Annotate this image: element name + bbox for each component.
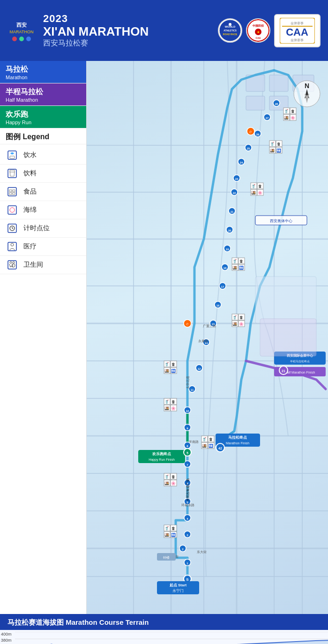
svg-text:🍱: 🍱 (164, 481, 169, 486)
svg-text:🍱: 🍱 (251, 190, 256, 195)
drink-label: 饮料 (23, 169, 37, 178)
svg-text:🌸: 🌸 (171, 406, 176, 411)
svg-text:🚻: 🚻 (171, 532, 176, 537)
svg-rect-64 (269, 75, 288, 91)
svg-text:钟楼: 钟楼 (163, 556, 170, 560)
svg-point-33 (14, 210, 15, 210)
svg-text:🗑: 🗑 (209, 437, 213, 442)
timing-label: 计时点位 (23, 224, 50, 232)
svg-point-35 (9, 210, 10, 210)
terrain-section: 马拉松赛道海拔图 Marathon Course Terrain 400m 38… (0, 614, 328, 644)
svg-text:🌸: 🌸 (291, 115, 295, 120)
svg-text:马拉松终点: 马拉松终点 (228, 435, 247, 440)
medical-icon (6, 240, 19, 253)
page-header: 西安 MARATHON 2023 XI'AN MARATHON 西安马拉松赛 W… (0, 0, 328, 61)
svg-text:🍱: 🍱 (232, 265, 237, 270)
svg-rect-40 (8, 242, 16, 251)
svg-text:半程马拉松终点: 半程马拉松终点 (290, 360, 310, 363)
svg-point-41 (11, 243, 14, 246)
terrain-title: 马拉松赛道海拔图 Marathon Course Terrain (0, 615, 328, 630)
svg-rect-27 (13, 190, 15, 192)
event-year: 2023 (43, 13, 149, 25)
svg-text:🍱: 🍱 (270, 148, 275, 153)
svg-rect-22 (10, 156, 15, 158)
svg-text:🍱: 🍱 (232, 322, 237, 326)
svg-text:东大街: 东大街 (197, 550, 207, 554)
event-logo-icon: 西安 MARATHON (7, 16, 36, 45)
map-area: S 1 2 3 4 5 6 7 8 (87, 61, 328, 614)
svg-text:18: 18 (224, 267, 227, 270)
svg-text:🗑: 🗑 (171, 475, 175, 479)
terrain-y-axis: 400m 380m 360m 340m 320m 300m (0, 632, 15, 644)
svg-text:🗑: 🗑 (171, 362, 175, 367)
water-icon (6, 149, 19, 162)
timing-icon (6, 222, 19, 235)
svg-point-43 (10, 262, 12, 263)
food-label: 食品 (23, 187, 37, 196)
svg-text:🗑: 🗑 (171, 400, 175, 404)
legend-food: 食品 (0, 183, 86, 201)
svg-rect-21 (8, 151, 16, 159)
svg-rect-29 (13, 193, 15, 195)
terrain-chart: 400m 380m 360m 340m 320m 300m 0km 5km 1 (0, 630, 328, 644)
marathon-cn-label: 马拉松 (6, 65, 81, 75)
svg-text:🗑: 🗑 (171, 526, 175, 531)
svg-text:🥤: 🥤 (164, 399, 169, 404)
category-half-marathon: 半程马拉松 Half Marathon (0, 83, 86, 106)
svg-rect-30 (8, 206, 16, 214)
svg-text:🍱: 🍱 (284, 115, 289, 120)
svg-text:🥤: 🥤 (164, 474, 169, 479)
svg-text:🗑: 🗑 (239, 315, 243, 320)
svg-text:🌸: 🌸 (258, 190, 262, 195)
svg-text:42: 42 (218, 447, 222, 450)
svg-point-32 (12, 207, 13, 208)
svg-text:🥤: 🥤 (232, 259, 237, 263)
happy-run-en-label: Happy Run (6, 120, 81, 125)
svg-rect-28 (9, 193, 12, 195)
svg-text:25: 25 (247, 147, 250, 150)
svg-text:17: 17 (221, 285, 224, 288)
svg-text:20: 20 (228, 229, 231, 232)
svg-text:🗑: 🗑 (277, 142, 281, 146)
terrain-chart-svg (15, 632, 328, 644)
svg-point-31 (10, 208, 15, 212)
svg-point-10 (229, 23, 231, 26)
svg-text:ATHLETICS: ATHLETICS (224, 29, 237, 32)
svg-text:西安奥体中心: 西安奥体中心 (270, 219, 292, 223)
svg-text:欢乐跑终点: 欢乐跑终点 (152, 451, 171, 456)
food-icon (6, 185, 19, 198)
legend-toilet: 卫生间 (0, 256, 86, 274)
svg-text:Happy Run Finish: Happy Run Finish (149, 458, 175, 462)
svg-text:🥤: 🥤 (251, 184, 256, 188)
svg-text:⏱: ⏱ (186, 323, 189, 326)
svg-text:12: 12 (198, 367, 201, 370)
category-marathon: 马拉松 Marathon (0, 61, 86, 83)
svg-text:中国田径: 中国田径 (253, 24, 264, 27)
svg-text:🌸: 🌸 (239, 322, 244, 326)
header-title: 2023 XI'AN MARATHON 西安马拉松赛 (43, 13, 149, 48)
svg-rect-244 (255, 277, 316, 323)
svg-text:环城东路: 环城东路 (181, 503, 194, 507)
svg-text:Half Marathon Finish: Half Marathon Finish (285, 371, 315, 374)
legend-items: 饮水 饮料 食品 海绵 (0, 144, 86, 276)
svg-text:5: 5 (186, 451, 188, 455)
svg-text:27: 27 (266, 117, 269, 120)
svg-text:西安: 西安 (16, 22, 27, 28)
svg-text:🗑: 🗑 (239, 259, 243, 263)
svg-text:19: 19 (226, 248, 229, 251)
legend-sponge: 海绵 (0, 201, 86, 219)
svg-text:广重三路: 广重三路 (203, 324, 216, 328)
svg-text:11: 11 (191, 389, 194, 391)
svg-point-4 (19, 37, 24, 41)
svg-point-34 (12, 212, 13, 213)
svg-text:22: 22 (233, 192, 236, 195)
svg-text:🌸: 🌸 (171, 481, 176, 486)
svg-text:10: 10 (186, 410, 189, 412)
svg-text:大明宫衙道广场: 大明宫衙道广场 (186, 479, 189, 502)
main-content: 马拉松 Marathon 半程马拉松 Half Marathon 欢乐跑 Hap… (0, 61, 328, 614)
svg-text:⏱: ⏱ (249, 131, 252, 134)
svg-text:🗑: 🗑 (291, 109, 295, 113)
event-name-cn: 西安马拉松赛 (43, 38, 149, 48)
svg-text:28: 28 (275, 103, 278, 105)
half-marathon-cn-label: 半程马拉松 (6, 87, 81, 97)
